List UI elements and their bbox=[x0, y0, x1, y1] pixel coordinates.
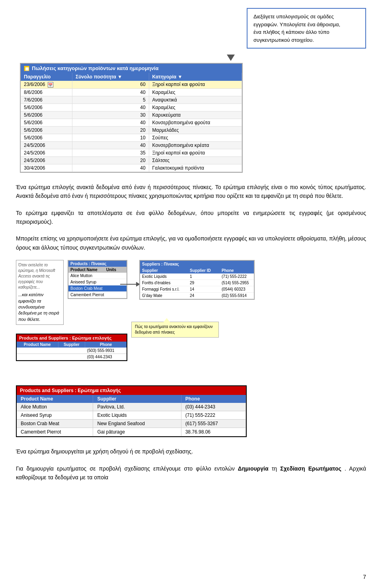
qty-cell: 20 bbox=[72, 126, 149, 134]
callout-line4: συγκεντρωτικού στοιχείου. bbox=[253, 37, 314, 43]
date-cell: 5/6/2006 bbox=[21, 104, 72, 111]
bottom-para2: Για δημιουργία ερωτήματος σε προβολή σχε… bbox=[16, 464, 366, 482]
first-table-title: Πωλήσεις κατηγοριών προϊόντων κατά ημερο… bbox=[32, 65, 158, 71]
supplier-cell: Gai pâturage bbox=[93, 428, 181, 436]
diagram-section: Όταν εκτελείτε το ερώτημα, η Microsoft A… bbox=[16, 260, 366, 375]
date-cell: 8/6/2006 bbox=[21, 88, 72, 96]
qty-cell: 40 bbox=[72, 141, 149, 149]
table-row: Boston Crab MeatNew England Seafood(617)… bbox=[17, 420, 246, 428]
supplier-row: Formaggi Fortini s.r.l.14(0544) 60323 bbox=[140, 286, 254, 293]
table-row: Aniseed SyrupExotic Liquids(71) 555-2222 bbox=[17, 411, 246, 420]
small-col3: Phone bbox=[85, 342, 127, 348]
third-paragraph: Μπορείτε επίσης να χρησιμοποιήσετε ένα ε… bbox=[16, 234, 366, 252]
first-table-title-bar: ▦ Πωλήσεις κατηγοριών προϊόντων κατά ημε… bbox=[21, 64, 242, 73]
annotation-body: ...και κατόπιν εμφανίζει τα συνδυασμένα … bbox=[18, 292, 61, 322]
date-cell: 7/6/2006 bbox=[21, 96, 72, 104]
date-cell: 24/5/2006 bbox=[21, 149, 72, 156]
product-name-cell: Aniseed Syrup bbox=[17, 411, 93, 420]
category-cell: Ξηροί καρποί και φρούτα bbox=[149, 149, 242, 156]
category-cell: Ξηροί καρποί και φρούτα bbox=[149, 81, 242, 88]
qty-cell: 10 bbox=[72, 134, 149, 141]
category-cell: Μαρμελάδες bbox=[149, 126, 242, 134]
tooltip-bubble: Πώς τα ερωτήματα ανακτούν και εμφανίζουν… bbox=[131, 322, 219, 338]
category-cell: Καραμέλες bbox=[149, 88, 242, 96]
products-table-title: Products : Πίνακας bbox=[68, 261, 127, 267]
phone-cell: 38.76.98.06 bbox=[181, 428, 246, 436]
supplier-row: G'day Mate24(02) 555-5914 bbox=[140, 293, 254, 299]
page-number: 7 bbox=[363, 574, 366, 580]
first-table-header-row: Παραγγελίο Σύνολο ποσότητα ▼ Κατηγορία ▼ bbox=[21, 73, 242, 81]
category-cell: Καρυκεύματα bbox=[149, 111, 242, 119]
main-result-table: Products and Suppliers : Ερώτημα επιλογή… bbox=[16, 385, 247, 437]
date-cell: 5/6/2006 bbox=[21, 119, 72, 126]
main-result-title: Products and Suppliers : Ερώτημα επιλογή… bbox=[17, 386, 246, 395]
qty-cell: 40 bbox=[72, 164, 149, 172]
date-cell: 24/5/2006 bbox=[21, 141, 72, 149]
category-cell: Καραμέλες bbox=[149, 104, 242, 111]
bold-demioyrgia: Δημιουργία bbox=[238, 465, 269, 472]
supplier-cell: Exotic Liquids bbox=[93, 411, 181, 420]
col-qty: Σύνολο ποσότητα ▼ bbox=[72, 73, 149, 81]
small-result-row: (503) 555-9931 bbox=[17, 348, 127, 354]
small-result-table: Products and Suppliers : Ερώτημα επιλογή… bbox=[16, 334, 127, 361]
result-col2: Supplier bbox=[93, 395, 181, 403]
suppliers-mini-table: Suppliers : Πίνακας Supplier Supplier ID… bbox=[139, 260, 255, 300]
product-row: Alice Mutton bbox=[68, 273, 127, 279]
result-col3: Phone bbox=[181, 395, 246, 403]
first-query-table: ▦ Πωλήσεις κατηγοριών προϊόντων κατά ημε… bbox=[20, 63, 243, 173]
supplier-row: Forêts d'érables29(514) 555-2955 bbox=[140, 280, 254, 286]
arrow-indicator bbox=[227, 55, 366, 61]
qty-cell: 5 bbox=[72, 96, 149, 104]
table-connection-arrow bbox=[120, 282, 140, 287]
phone-cell: (71) 555-2222 bbox=[181, 411, 246, 420]
date-cell: 24/5/2006 bbox=[21, 156, 72, 164]
category-cell: Κονσερβοποιημένα φρούτα bbox=[149, 119, 242, 126]
callout-line3: ένα πλήθος ή κάποιον άλλο τύπο bbox=[253, 29, 329, 35]
product-name-cell: Alice Mutton bbox=[17, 403, 93, 411]
table-row: Camembert PierrotGai pâturage38.76.98.06 bbox=[17, 428, 246, 436]
category-cell: Σάλτσες bbox=[149, 156, 242, 164]
sup-col1: Supplier bbox=[142, 268, 190, 273]
callout-line2: εγγραφών. Υπολογίστε ένα άθροισμα, bbox=[253, 21, 340, 27]
db-icon: ▦ bbox=[24, 66, 29, 71]
sup-col2: Supplier ID bbox=[190, 268, 222, 273]
products-col2-header: Units bbox=[106, 268, 116, 272]
qty-cell: 30 bbox=[72, 111, 149, 119]
product-row: Boston Crab Meat bbox=[68, 285, 127, 292]
qty-cell: 40 bbox=[72, 119, 149, 126]
date-cell: 5/6/2006 bbox=[21, 126, 72, 134]
col-order: Παραγγελίο bbox=[21, 73, 72, 81]
product-row: Aniseed Syrup bbox=[68, 279, 127, 285]
qty-cell: 20 bbox=[72, 156, 149, 164]
category-cell: Σούπες bbox=[149, 134, 242, 141]
suppliers-header: Supplier Supplier ID Phone bbox=[140, 268, 254, 273]
bold-sxediash: Σχεδίαση Ερωτήματος bbox=[280, 465, 341, 472]
product-name-cell: Camembert Pierrot bbox=[17, 428, 93, 436]
date-cell: 23/6/2006 📅 bbox=[21, 81, 72, 88]
result-col1: Product Name bbox=[17, 395, 93, 403]
date-cell: 5/6/2006 bbox=[21, 111, 72, 119]
intro-paragraph: Ένα ερώτημα επιλογής ανακτά δεδομένα από… bbox=[16, 183, 366, 201]
annotation-title: Όταν εκτελείτε το ερώτημα, η Microsoft A… bbox=[18, 262, 61, 290]
result-header-row: Product Name Supplier Phone bbox=[17, 395, 246, 403]
supplier-row: Exotic Liquids1(71) 555-2222 bbox=[140, 273, 254, 280]
col-category: Κατηγορία ▼ bbox=[149, 73, 242, 81]
category-cell: Αναψυκτικά bbox=[149, 96, 242, 104]
phone-cell: (03) 444-2343 bbox=[181, 403, 246, 411]
annotation-left-box: Όταν εκτελείτε το ερώτημα, η Microsoft A… bbox=[16, 260, 64, 325]
phone-cell: (617) 555-3267 bbox=[181, 420, 246, 428]
main-data-table: Product Name Supplier Phone Alice Mutton… bbox=[17, 395, 246, 436]
supplier-cell: New England Seafood bbox=[93, 420, 181, 428]
callout-box: Διεξάγετε υπολογισμούς σε ομάδες εγγραφώ… bbox=[247, 8, 366, 49]
small-col1: Product Name bbox=[17, 342, 58, 348]
sup-col3: Phone bbox=[222, 268, 252, 273]
tooltip-text: Πώς τα ερωτήματα ανακτούν και εμφανίζουν… bbox=[135, 324, 213, 334]
table-row: Alice MuttonPavlova, Ltd.(03) 444-2343 bbox=[17, 403, 246, 411]
qty-cell: 60 bbox=[72, 81, 149, 88]
callout-line1: Διεξάγετε υπολογισμούς σε ομάδες bbox=[253, 14, 334, 20]
products-mini-table: Products : Πίνακας Product Name Units Al… bbox=[68, 260, 127, 299]
category-cell: Κονσερβοποιημένα κρέατα bbox=[149, 141, 242, 149]
qty-cell: 35 bbox=[72, 149, 149, 156]
qty-cell: 40 bbox=[72, 104, 149, 111]
small-result-row: (03) 444-2343 bbox=[17, 354, 127, 360]
